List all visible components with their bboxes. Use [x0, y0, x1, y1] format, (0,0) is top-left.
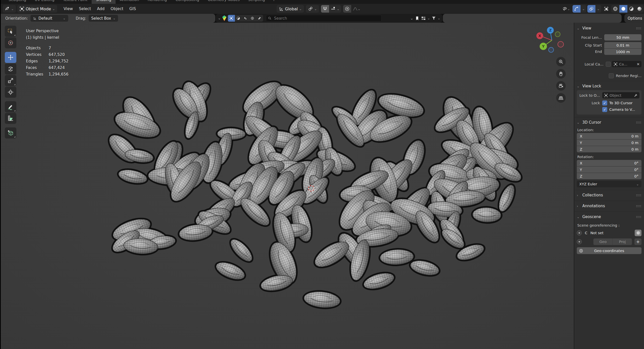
proj-radio[interactable]: [577, 239, 582, 244]
rotation-mode-dropdown[interactable]: XYZ Euler ⌄: [577, 181, 641, 187]
menu-gis[interactable]: GIS: [126, 5, 139, 13]
editor-type-selector[interactable]: ⌄: [3, 5, 16, 13]
gizmo-dropdown[interactable]: ⌄: [581, 5, 586, 13]
menu-object[interactable]: Object: [108, 5, 126, 13]
tool-move[interactable]: [5, 52, 16, 63]
tool-rotate[interactable]: [5, 63, 16, 75]
location-z-field[interactable]: Z0 m: [577, 146, 641, 152]
bookmark-icon[interactable]: [415, 16, 420, 21]
tab-sculpting[interactable]: Sculpting: [4, 0, 30, 4]
camera-to-view-checkbox[interactable]: ✓: [602, 107, 607, 112]
shading-solid-button[interactable]: [619, 5, 627, 13]
panel-grip[interactable]: [636, 27, 641, 29]
snap-toggle[interactable]: [321, 5, 329, 13]
camera-view-button[interactable]: [556, 81, 566, 91]
panel-grip[interactable]: [636, 121, 641, 123]
chevron-right-icon[interactable]: ›: [577, 194, 580, 197]
chevron-down-icon[interactable]: ⌄: [410, 16, 413, 20]
tab-animation[interactable]: Animation: [116, 0, 143, 4]
mode-dropdown[interactable]: Object Mode ⌄: [17, 5, 57, 13]
proportional-falloff-dropdown[interactable]: ⌄: [351, 5, 362, 13]
tool-measure[interactable]: [5, 113, 16, 124]
tab-geometry-nodes[interactable]: Geometry Nodes: [203, 0, 244, 4]
shading-material-button[interactable]: [627, 5, 635, 13]
geo-button[interactable]: Geo: [593, 238, 613, 245]
overlays-dropdown[interactable]: ⌄: [595, 5, 601, 13]
filter-fluid-button[interactable]: [242, 15, 249, 22]
tool-select-box[interactable]: [5, 26, 16, 37]
tool-annotate[interactable]: [5, 101, 16, 112]
chevron-right-icon[interactable]: ›: [577, 204, 580, 208]
viewport-3d[interactable]: User Perspective (1) lights | kernel Obj…: [1, 23, 574, 349]
zoom-button[interactable]: [556, 57, 566, 66]
local-camera-object-field[interactable]: Ca... ✕: [612, 61, 641, 67]
location-y-field[interactable]: Y0 m: [577, 139, 641, 146]
panel-annotations-title[interactable]: Annotations: [582, 204, 605, 208]
local-camera-checkbox[interactable]: [606, 62, 611, 67]
show-gizmo-toggle[interactable]: [573, 5, 581, 13]
clip-start-field[interactable]: 0.01 m: [604, 42, 641, 48]
tab-uv-editing[interactable]: UV Editing: [30, 0, 59, 4]
crs-radio[interactable]: [577, 230, 582, 235]
transform-orientation-dropdown[interactable]: Global ⌄: [277, 5, 304, 13]
filter-material-button[interactable]: [235, 15, 242, 22]
options-button[interactable]: Options: [624, 14, 644, 23]
menu-view[interactable]: View: [61, 5, 76, 13]
chevron-down-icon[interactable]: ⌄: [577, 121, 580, 124]
tab-compositing[interactable]: Compositing: [171, 0, 203, 4]
filter-funnel-icon[interactable]: [431, 16, 436, 21]
tab-texture-paint[interactable]: Texture Paint: [59, 0, 92, 4]
panel-grip[interactable]: [636, 194, 641, 196]
panel-geoscene-title[interactable]: Geoscene: [582, 215, 601, 219]
rotation-z-field[interactable]: Z0°: [577, 173, 641, 179]
chevron-down-icon[interactable]: ⌄: [577, 27, 580, 30]
panel-collections-title[interactable]: Collections: [582, 193, 603, 197]
lock-to-object-field[interactable]: Object: [602, 92, 639, 98]
navigation-gizmo[interactable]: Z X Y: [532, 25, 570, 57]
tool-add-cube[interactable]: [5, 127, 16, 138]
panel-grip[interactable]: [636, 216, 641, 218]
visibility-dropdown[interactable]: ⌄: [561, 5, 571, 13]
chevron-down-icon[interactable]: ⌄: [577, 215, 580, 219]
show-overlays-toggle[interactable]: [587, 5, 595, 13]
panel-grip[interactable]: [636, 205, 641, 207]
render-region-checkbox[interactable]: [609, 73, 614, 78]
panel-view-lock-title[interactable]: View Lock: [582, 84, 601, 88]
shading-rendered-button[interactable]: [635, 5, 643, 13]
tool-cursor[interactable]: [5, 37, 16, 48]
rotation-y-field[interactable]: Y0°: [577, 166, 641, 173]
rotation-x-field[interactable]: X0°: [577, 160, 641, 166]
hierarchy-icon[interactable]: [421, 16, 426, 21]
geo-coordinates-button[interactable]: Geo-coordinates: [577, 247, 641, 254]
snap-target-dropdown[interactable]: ⌄: [329, 5, 341, 13]
tool-transform[interactable]: [5, 87, 16, 98]
add-crs-button[interactable]: +: [634, 238, 641, 245]
to-3d-cursor-checkbox[interactable]: ✓: [602, 100, 607, 106]
eyedropper-icon[interactable]: [634, 93, 638, 97]
proportional-edit-toggle[interactable]: [343, 5, 351, 13]
filter-brush-button[interactable]: [256, 15, 263, 22]
menu-add[interactable]: Add: [94, 5, 108, 13]
tab-rendering[interactable]: Rendering: [144, 0, 171, 4]
drag-mode-dropdown[interactable]: Select Box ⌄: [89, 15, 118, 22]
search-input[interactable]: [266, 15, 382, 22]
shading-wireframe-button[interactable]: [611, 5, 619, 13]
focal-length-field[interactable]: 50 mm: [604, 34, 641, 41]
pivot-point-dropdown[interactable]: ⌄: [306, 5, 319, 13]
xray-toggle[interactable]: [602, 5, 610, 13]
panel-view-title[interactable]: View: [582, 26, 591, 30]
menu-select[interactable]: Select: [76, 5, 94, 13]
ortho-toggle-button[interactable]: [556, 93, 566, 103]
axis-neg-x-ball[interactable]: [558, 42, 564, 47]
collapse-chevron-icon[interactable]: ⌄: [218, 16, 221, 20]
proj-button[interactable]: Proj: [613, 238, 632, 245]
filter-world-button[interactable]: [249, 15, 256, 22]
axis-neg-y-ball[interactable]: [555, 32, 560, 37]
chevron-down-icon[interactable]: ⌄: [577, 85, 580, 88]
pan-button[interactable]: [556, 69, 566, 79]
tab-shading[interactable]: Shading: [92, 0, 116, 4]
orientation-default-dropdown[interactable]: Default ⌄: [30, 15, 68, 22]
close-icon[interactable]: ✕: [637, 62, 640, 66]
panel-3d-cursor-title[interactable]: 3D Cursor: [582, 120, 601, 125]
tab-scripting[interactable]: Scripting: [244, 0, 269, 4]
